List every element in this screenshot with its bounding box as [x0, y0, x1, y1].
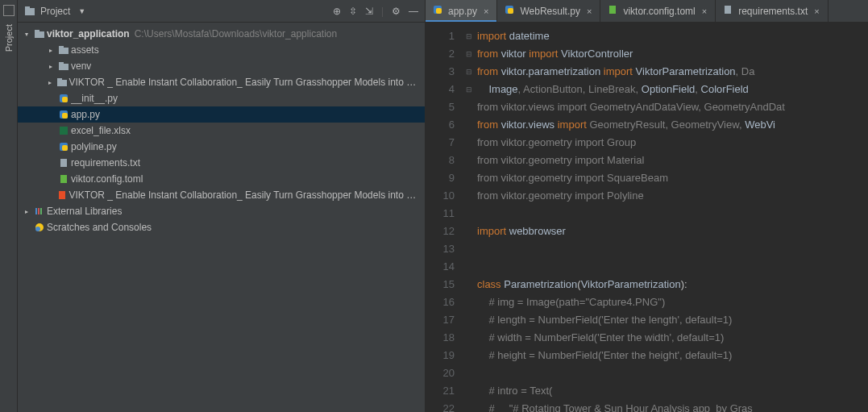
code-line[interactable]: # intro = Text(	[477, 382, 868, 400]
tree-item[interactable]: __init__.py	[18, 90, 425, 106]
editor-tab[interactable]: WebResult.py×	[497, 0, 600, 22]
svg-rect-4	[59, 48, 69, 54]
hide-panel-icon[interactable]: —	[409, 6, 418, 17]
code-line[interactable]	[477, 364, 868, 382]
tree-item[interactable]: requirements.txt	[18, 155, 425, 171]
line-number: 6	[426, 116, 455, 134]
collapse-all-icon[interactable]: ⇲	[365, 6, 373, 17]
svg-rect-19	[59, 191, 65, 199]
tree-item-label: assets	[71, 44, 99, 56]
project-view-label: Project	[40, 6, 70, 17]
svg-rect-18	[60, 175, 67, 183]
tree-item-label: viktor.config.toml	[71, 173, 143, 185]
code-line[interactable]: from viktor.geometry import Group	[477, 134, 868, 152]
code-line[interactable]: # width = NumberField('Enter the width',…	[477, 329, 868, 347]
code-content[interactable]: import datetimefrom viktor import Viktor…	[477, 23, 868, 412]
code-line[interactable]: # "# Rotating Tower & Sun Hour Analysis …	[477, 400, 868, 412]
code-line[interactable]: class Parametrization(ViktorParametrizat…	[477, 276, 868, 293]
line-number: 21	[426, 382, 455, 400]
line-gutter: 12345678910111213141516171819202122	[426, 23, 466, 412]
fold-marker[interactable]: ⊟	[466, 45, 477, 63]
py-icon	[56, 93, 71, 104]
tree-item-label: polyline.py	[71, 141, 117, 152]
code-line[interactable]: import datetime	[477, 27, 868, 45]
folder-icon	[32, 28, 47, 40]
line-number: 3	[426, 63, 455, 81]
line-number: 13	[426, 240, 455, 258]
tab-label: WebResult.py	[520, 6, 579, 17]
code-line[interactable]	[477, 258, 868, 276]
tree-item[interactable]: ▸venv	[18, 58, 425, 74]
chevron-right-icon: ▸	[45, 79, 56, 86]
tool-window-rail: Project	[0, 0, 18, 412]
code-line[interactable]	[477, 205, 868, 223]
code-line[interactable]: from viktor.parametrization import Vikto…	[477, 63, 868, 81]
line-number: 10	[426, 187, 455, 205]
tree-item[interactable]: ▸External Libraries	[18, 203, 425, 219]
code-line[interactable]: from viktor.views import GeometryAndData…	[477, 98, 868, 116]
tree-item[interactable]: viktor.config.toml	[18, 171, 425, 187]
svg-rect-7	[59, 62, 64, 65]
fold-marker[interactable]: ⊟	[466, 27, 477, 45]
close-icon[interactable]: ×	[585, 6, 593, 16]
tree-item-label: requirements.txt	[71, 157, 140, 169]
svg-rect-28	[508, 8, 513, 14]
chevron-right-icon: ▸	[45, 63, 56, 70]
tree-item[interactable]: VIKTOR _ Enable Instant Collaboration_ E…	[18, 187, 425, 203]
html-icon	[56, 189, 69, 201]
code-line[interactable]: import webbrowser	[477, 223, 868, 240]
lib-icon	[32, 206, 47, 217]
svg-rect-20	[35, 208, 37, 214]
select-opened-file-icon[interactable]: ⊕	[333, 6, 341, 17]
project-panel: Project ▼ ⊕ ⇳ ⇲ | ⚙ — ▾viktor_applicatio…	[18, 0, 426, 412]
project-view-selector[interactable]: Project ▼	[24, 6, 85, 17]
line-number: 15	[426, 276, 455, 293]
py-icon	[56, 109, 71, 120]
code-line[interactable]: # length = NumberField('Enter the length…	[477, 311, 868, 329]
editor-tab[interactable]: viktor.config.toml×	[600, 0, 716, 22]
fold-marker[interactable]: ⊟	[466, 63, 477, 81]
code-line[interactable]: Image, ActionButton, LineBreak, OptionFi…	[477, 81, 868, 98]
svg-rect-16	[62, 145, 68, 151]
editor-tab[interactable]: requirements.txt×	[716, 0, 828, 22]
code-line[interactable]: # height = NumberField('Enter the height…	[477, 347, 868, 364]
tree-item[interactable]: excel_file.xlsx	[18, 123, 425, 139]
tree-item[interactable]: Scratches and Consoles	[18, 219, 425, 235]
close-icon[interactable]: ×	[812, 6, 820, 16]
code-line[interactable]: from viktor.views import GeometryResult,…	[477, 116, 868, 134]
tree-item[interactable]: ▸assets	[18, 42, 425, 58]
project-tree[interactable]: ▾viktor_applicationC:\Users\Mostafa\Down…	[18, 23, 425, 412]
rail-square-icon	[3, 5, 15, 16]
line-number: 18	[426, 329, 455, 347]
code-line[interactable]: # img = Image(path="Capture4.PNG")	[477, 293, 868, 311]
tree-item[interactable]: polyline.py	[18, 139, 425, 155]
tree-item[interactable]: app.py	[18, 106, 425, 123]
tree-root[interactable]: ▾viktor_applicationC:\Users\Mostafa\Down…	[18, 26, 425, 42]
fold-marker[interactable]: ⊟	[466, 81, 477, 98]
txt-icon	[722, 4, 733, 18]
tree-item[interactable]: ▸VIKTOR _ Enable Instant Collaboration_ …	[18, 74, 425, 90]
code-line[interactable]: from viktor import ViktorController	[477, 45, 868, 63]
code-line[interactable]: from viktor.geometry import Material	[477, 152, 868, 169]
code-line[interactable]: from viktor.geometry import SquareBeam	[477, 169, 868, 187]
svg-rect-13	[62, 113, 68, 119]
code-line[interactable]	[477, 240, 868, 258]
expand-all-icon[interactable]: ⇳	[349, 6, 357, 17]
gear-icon[interactable]: ⚙	[392, 6, 401, 17]
project-tool-button[interactable]: Project	[4, 21, 14, 55]
divider: |	[381, 6, 384, 17]
close-icon[interactable]: ×	[700, 6, 708, 16]
code-line[interactable]: from viktor.geometry import Polyline	[477, 187, 868, 205]
code-editor[interactable]: 12345678910111213141516171819202122 ⊟⊟⊟⊟…	[426, 23, 868, 412]
tree-item-label: app.py	[71, 109, 100, 120]
svg-rect-5	[59, 46, 64, 48]
line-number: 8	[426, 152, 455, 169]
svg-point-24	[35, 227, 40, 231]
editor-tab[interactable]: app.py×	[426, 0, 497, 22]
line-number: 5	[426, 98, 455, 116]
tree-item-label: __init__.py	[71, 93, 118, 104]
scratch-icon	[32, 222, 47, 233]
svg-rect-11	[62, 97, 68, 102]
close-icon[interactable]: ×	[482, 6, 490, 16]
line-number: 12	[426, 223, 455, 240]
